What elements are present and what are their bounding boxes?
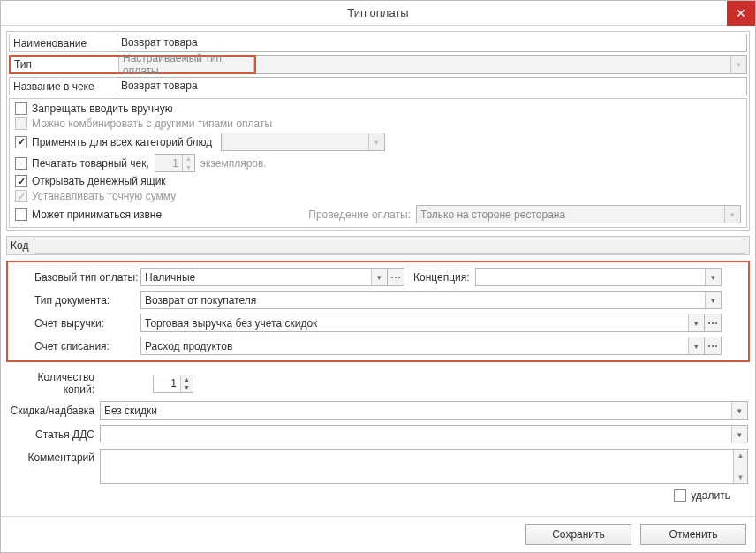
chevron-down-icon: ▾ (731, 426, 747, 443)
forbid-manual-label: Запрещать вводить вручную (32, 102, 173, 115)
window-title: Тип оплаты (347, 6, 408, 19)
processing-label: Проведение оплаты: (308, 208, 411, 221)
discount-combo[interactable]: Без скидки ▾ (100, 401, 748, 420)
comment-label: Комментарий (8, 449, 100, 464)
spin-down-icon: ▼ (183, 163, 194, 172)
scroll-up-icon: ▲ (737, 451, 745, 459)
processing-combo: Только на стороне ресторана ▾ (416, 205, 741, 223)
row-doc-type: Тип документа: Возврат от покупателя ▾ (34, 291, 722, 309)
spin-up-icon: ▲ (183, 155, 194, 163)
cancel-button[interactable]: Отменить (640, 524, 746, 545)
upper-panel: Наименование Возврат товара Тип Настраив… (6, 31, 750, 231)
copies-label: Количество копий: (8, 371, 100, 396)
row-open-drawer: Открывать денежный ящик (15, 175, 741, 187)
options-group: Запрещать вводить вручную Можно комбинир… (9, 98, 747, 228)
writeoff-account-ellipsis-button[interactable]: ⋯ (704, 337, 722, 355)
chevron-down-icon: ▾ (730, 56, 746, 73)
categories-combo: ▾ (221, 133, 385, 151)
close-button[interactable]: ✕ (727, 1, 755, 26)
can-combine-label: Можно комбинировать с другими типами опл… (32, 117, 272, 130)
concept-combo[interactable]: ▾ (475, 268, 722, 286)
footer: Сохранить Отменить (1, 516, 755, 552)
doc-type-label: Тип документа: (34, 294, 140, 307)
spin-down-icon[interactable]: ▼ (181, 383, 193, 392)
copies-spinner[interactable]: 1 ▲▼ (153, 375, 193, 393)
chevron-down-icon: ▾ (705, 292, 721, 308)
revenue-account-ellipsis-button[interactable]: ⋯ (704, 314, 722, 332)
scroll-down-icon: ▼ (737, 473, 745, 481)
dds-combo[interactable]: ▾ (100, 425, 748, 443)
row-print-receipt: Печатать товарный чек, 1 ▲▼ экземпляров. (15, 154, 741, 172)
lower-section: Количество копий: 1 ▲▼ Скидка/надбавка Б… (6, 367, 750, 507)
print-copies-spinner: 1 ▲▼ (155, 154, 195, 172)
row-writeoff-account: Счет списания: Расход продуктов ▾ ⋯ (34, 337, 722, 355)
exact-amount-checkbox (15, 190, 27, 202)
chevron-down-icon: ▾ (368, 133, 384, 150)
revenue-account-label: Счет выручки: (34, 317, 140, 330)
apply-all-cats-checkbox[interactable] (15, 136, 27, 148)
apply-all-cats-label: Применять для всех категорий блюд (32, 136, 212, 148)
row-revenue-account: Счет выручки: Торговая выручка без учета… (34, 314, 722, 332)
content-area: Наименование Возврат товара Тип Настраив… (1, 26, 755, 516)
open-drawer-checkbox[interactable] (15, 175, 27, 187)
print-copies-suffix: экземпляров. (200, 157, 267, 170)
delete-label: удалить (691, 489, 730, 502)
row-accept-external: Может приниматься извне Проведение оплат… (15, 205, 741, 223)
concept-label: Концепция: (413, 271, 470, 284)
can-combine-checkbox (15, 117, 27, 130)
type-combo-ext: ▾ (256, 55, 747, 74)
chevron-down-icon: ▾ (705, 269, 721, 285)
row-discount: Скидка/надбавка Без скидки ▾ (8, 401, 748, 420)
row-delete: удалить (8, 489, 748, 502)
row-name: Наименование Возврат товара (9, 34, 747, 52)
row-comment: Комментарий ▲ ▼ (8, 449, 748, 484)
accept-external-checkbox[interactable] (15, 208, 27, 221)
doc-type-combo[interactable]: Возврат от покупателя ▾ (140, 291, 722, 309)
row-code: Код (6, 236, 750, 255)
base-type-ellipsis-button[interactable]: ⋯ (387, 268, 404, 286)
row-copies: Количество копий: 1 ▲▼ (8, 371, 748, 396)
discount-label: Скидка/надбавка (8, 405, 100, 417)
dds-label: Статья ДДС (8, 428, 100, 441)
close-icon: ✕ (736, 7, 746, 19)
row-type: Тип Настраиваемый тип оплаты ▾ (9, 55, 747, 74)
forbid-manual-checkbox[interactable] (15, 102, 27, 115)
row-forbid-manual: Запрещать вводить вручную (15, 102, 741, 115)
print-receipt-label: Печатать товарный чек, (32, 157, 149, 170)
code-input (34, 239, 745, 254)
chevron-down-icon: ▾ (731, 402, 747, 419)
chevron-down-icon: ▾ (688, 314, 704, 331)
spin-up-icon[interactable]: ▲ (181, 375, 193, 384)
type-value: Настраиваемый тип оплаты (123, 52, 253, 77)
base-payment-section: Базовый тип оплаты: Наличные ▾ ⋯ Концепц… (6, 261, 750, 362)
type-combo: Настраиваемый тип оплаты (118, 57, 254, 72)
exact-amount-label: Устанавливать точную сумму (32, 190, 176, 202)
comment-textarea[interactable]: ▲ ▼ (100, 449, 748, 484)
scrollbar[interactable]: ▲ ▼ (733, 450, 747, 483)
row-base-type: Базовый тип оплаты: Наличные ▾ ⋯ Концепц… (34, 268, 722, 286)
base-type-combo[interactable]: Наличные ▾ (140, 268, 388, 286)
row-receipt-name: Название в чеке Возврат товара (9, 77, 747, 95)
receipt-name-input[interactable]: Возврат товара (117, 77, 747, 95)
name-label: Наименование (9, 34, 117, 52)
row-exact-amount: Устанавливать точную сумму (15, 190, 741, 202)
writeoff-account-combo[interactable]: Расход продуктов ▾ (140, 337, 705, 355)
accept-external-label: Может приниматься извне (32, 208, 162, 221)
revenue-account-combo[interactable]: Торговая выручка без учета скидок ▾ (140, 314, 705, 332)
code-label: Код (11, 239, 28, 252)
row-can-combine: Можно комбинировать с другими типами опл… (15, 117, 741, 130)
row-dds: Статья ДДС ▾ (8, 425, 748, 443)
receipt-name-label: Название в чеке (9, 77, 117, 95)
writeoff-account-label: Счет списания: (34, 340, 140, 352)
chevron-down-icon: ▾ (724, 206, 740, 223)
titlebar: Тип оплаты ✕ (1, 1, 755, 26)
delete-checkbox[interactable] (674, 489, 686, 502)
chevron-down-icon: ▾ (371, 269, 387, 285)
base-type-label: Базовый тип оплаты: (34, 271, 140, 284)
print-receipt-checkbox[interactable] (15, 157, 27, 170)
save-button[interactable]: Сохранить (525, 524, 631, 545)
type-label: Тип (14, 58, 32, 71)
dialog-window: Тип оплаты ✕ Наименование Возврат товара… (0, 0, 756, 553)
name-input[interactable]: Возврат товара (117, 34, 747, 52)
row-apply-all-cats: Применять для всех категорий блюд ▾ (15, 133, 741, 151)
